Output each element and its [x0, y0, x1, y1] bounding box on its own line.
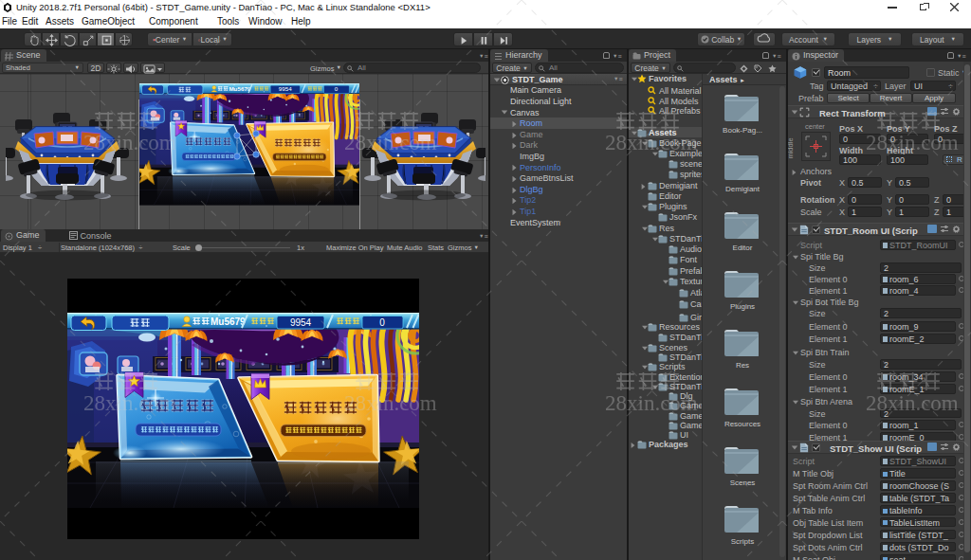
svg-text:0: 0	[335, 85, 339, 92]
svg-text:Mu5679: Mu5679	[229, 85, 250, 92]
svg-text:9954: 9954	[290, 317, 312, 328]
svg-text:9954: 9954	[279, 85, 292, 92]
svg-text:0: 0	[379, 317, 385, 328]
svg-text:Mu5679: Mu5679	[211, 316, 246, 327]
